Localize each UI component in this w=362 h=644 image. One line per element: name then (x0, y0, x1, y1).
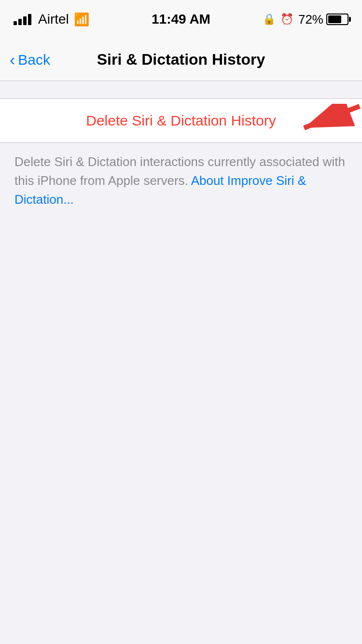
signal-bar-2 (18, 19, 22, 25)
delete-history-button[interactable]: Delete Siri & Dictation History (86, 112, 276, 129)
back-button[interactable]: ‹ Back (10, 52, 50, 68)
description-paragraph: Delete Siri & Dictation interactions cur… (14, 153, 348, 209)
signal-bar-3 (23, 16, 27, 25)
signal-bar-1 (14, 21, 17, 25)
lock-icon: 🔒 (263, 13, 276, 26)
back-label: Back (18, 52, 50, 68)
nav-bar: ‹ Back Siri & Dictation History (0, 39, 362, 81)
content: Delete Siri & Dictation History Delete S… (0, 81, 362, 224)
battery-percent: 72% (298, 12, 323, 27)
status-bar-right: 🔒 ⏰ 72% (263, 12, 348, 27)
alarm-icon: ⏰ (280, 13, 293, 26)
delete-section: Delete Siri & Dictation History (0, 98, 362, 143)
battery-fill (328, 15, 341, 23)
page-title: Siri & Dictation History (97, 51, 265, 69)
status-bar: Airtel 📶 11:49 AM 🔒 ⏰ 72% (0, 0, 362, 39)
signal-bar-4 (28, 14, 31, 25)
top-section-gap (0, 81, 362, 98)
wifi-icon: 📶 (74, 12, 89, 27)
battery-icon (326, 14, 348, 25)
status-time: 11:49 AM (152, 12, 210, 27)
page-wrapper: Airtel 📶 11:49 AM 🔒 ⏰ 72% ‹ Back Siri & … (0, 0, 362, 224)
signal-bars-icon (14, 14, 31, 25)
delete-row: Delete Siri & Dictation History (0, 99, 362, 142)
description-section: Delete Siri & Dictation interactions cur… (0, 143, 362, 224)
carrier-name: Airtel (38, 12, 69, 27)
battery-container: 72% (298, 12, 348, 27)
back-chevron-icon: ‹ (10, 51, 15, 68)
status-bar-left: Airtel 📶 (14, 12, 89, 27)
